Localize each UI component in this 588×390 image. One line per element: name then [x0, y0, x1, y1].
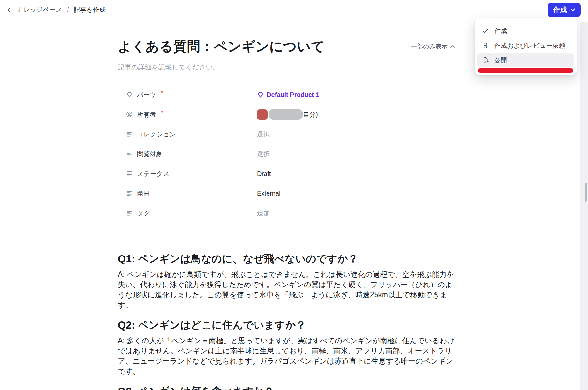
field-value-status[interactable]: Draft [257, 170, 455, 177]
hourglass-icon [482, 42, 489, 49]
article-body-editor[interactable]: Q1: ペンギンは鳥なのに、なぜ飛べないのですか？ A: ペンギンは確かに鳥類で… [118, 252, 455, 390]
field-label: 範囲 [126, 189, 257, 198]
show-partial-label: 一部のみ表示 [411, 42, 448, 51]
menu-item-label: 作成 [494, 27, 507, 35]
owner-self-suffix: 自分) [303, 110, 318, 119]
back-button[interactable] [4, 6, 13, 14]
chevron-down-icon [570, 8, 575, 11]
menu-item-label: 作成およびレビュー依頼 [494, 41, 565, 50]
required-marker: * [161, 90, 163, 97]
check-icon [482, 27, 489, 35]
field-label: 所有者 * [126, 110, 257, 119]
required-marker: * [161, 109, 163, 116]
field-label: パーツ * [126, 90, 257, 99]
user-circle-icon [126, 111, 133, 118]
question-1-heading[interactable]: Q1: ペンギンは鳥なのに、なぜ飛べないのですか？ [118, 252, 455, 265]
owner-name-redacted [269, 109, 303, 120]
field-label: 閲覧対象 [126, 150, 257, 158]
chevron-up-icon [450, 45, 455, 48]
menu-item-create[interactable]: 作成 [477, 24, 574, 38]
field-value-owner[interactable]: 自分) [257, 109, 455, 120]
field-row-scope: 範囲 External [126, 184, 455, 203]
red-annotation-underline [478, 68, 573, 73]
gem-icon [257, 91, 264, 98]
chevron-left-icon [6, 7, 11, 13]
menu-item-create-and-request-review[interactable]: 作成およびレビュー依頼 [477, 39, 574, 53]
breadcrumb-knowledge-base[interactable]: ナレッジベース [17, 5, 62, 14]
field-value-collection[interactable]: 選択 [257, 130, 455, 139]
answer-2-paragraph[interactable]: A: 多くの人が「ペンギン＝南極」と思っていますが、実はすべてのペンギンが南極に… [118, 336, 455, 376]
breadcrumb: ナレッジベース / 記事を作成 [4, 5, 106, 14]
create-button[interactable]: 作成 [548, 3, 581, 17]
answer-1-paragraph[interactable]: A: ペンギンは確かに鳥類ですが、飛ぶことはできません。これは長い進化の過程で、… [118, 269, 455, 310]
field-label: ステータス [126, 170, 257, 178]
field-value-tags[interactable]: 追加 [257, 209, 455, 218]
field-row-collection: コレクション 選択 [126, 124, 455, 144]
field-label-text: 範囲 [137, 189, 150, 198]
field-row-status: ステータス Draft [126, 164, 455, 184]
field-label: コレクション [126, 130, 257, 139]
list-icon [126, 131, 133, 137]
menu-item-label: 公開 [494, 56, 507, 65]
article-metadata-fields: パーツ * Default Product 1 [126, 85, 455, 223]
document-check-icon [482, 56, 489, 64]
create-dropdown-menu: 作成 作成およびレビュー依頼 公開 [475, 18, 577, 75]
list-icon [126, 151, 133, 157]
field-row-owner: 所有者 * 自分) [126, 105, 455, 124]
field-label-text: パーツ [137, 90, 156, 99]
question-2-heading[interactable]: Q2: ペンギンはどこに住んでいますか？ [118, 318, 455, 332]
owner-avatar [257, 109, 268, 120]
question-3-heading[interactable]: Q3: ペンギンは何を食べますか？ [118, 385, 455, 390]
title-row: よくある質問：ペンギンについて 一部のみ表示 [118, 38, 455, 55]
field-value-parts[interactable]: Default Product 1 [257, 91, 455, 98]
show-partial-toggle[interactable]: 一部のみ表示 [411, 42, 455, 51]
field-row-audience: 閲覧対象 選択 [126, 144, 455, 164]
list-icon [126, 210, 133, 216]
field-value-audience[interactable]: 選択 [257, 150, 455, 158]
field-label-text: 閲覧対象 [137, 150, 162, 158]
field-row-parts: パーツ * Default Product 1 [126, 85, 455, 105]
field-label: タグ [126, 209, 257, 218]
field-label-text: タグ [137, 209, 150, 218]
breadcrumb-separator: / [67, 6, 70, 13]
list-icon [126, 170, 133, 177]
article-title-input[interactable]: よくある質問：ペンギンについて [118, 38, 325, 55]
product-chip: Default Product 1 [257, 91, 319, 98]
list-icon [126, 190, 133, 197]
article-description-input[interactable]: 記事の詳細を記載してください。 [118, 62, 455, 72]
gem-icon [126, 91, 133, 98]
field-label-text: 所有者 [137, 110, 156, 119]
breadcrumb-current-page: 記事を作成 [74, 5, 105, 14]
field-label-text: ステータス [137, 170, 169, 178]
menu-item-publish[interactable]: 公開 [477, 53, 574, 67]
page-right-gutter [580, 18, 588, 390]
create-button-label: 作成 [553, 5, 567, 15]
article-editor: よくある質問：ペンギンについて 一部のみ表示 記事の詳細を記載してください。 パ… [118, 22, 455, 390]
field-label-text: コレクション [137, 130, 176, 139]
vertical-scrollbar-thumb[interactable] [585, 183, 587, 202]
product-name: Default Product 1 [267, 91, 319, 98]
field-row-tags: タグ 追加 [126, 203, 455, 223]
field-value-scope[interactable]: External [257, 190, 455, 197]
